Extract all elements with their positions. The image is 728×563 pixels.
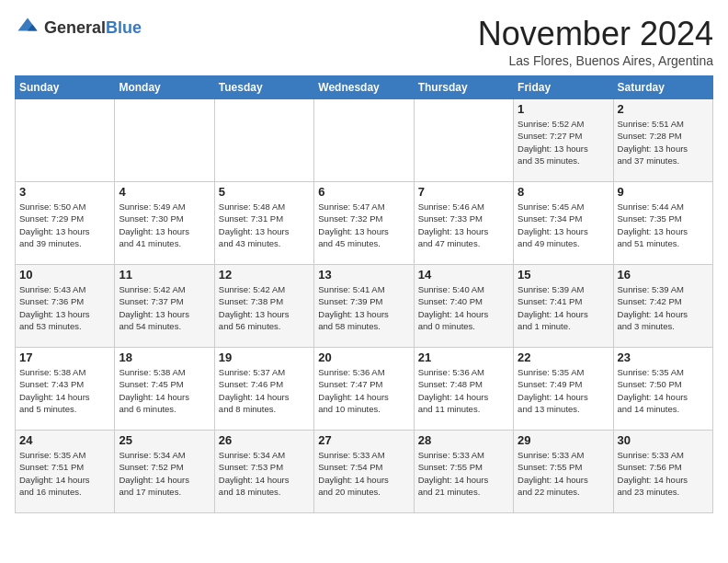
day-number: 6 — [318, 185, 409, 199]
day-number: 26 — [219, 433, 310, 447]
day-number: 1 — [518, 102, 609, 116]
logo-blue: Blue — [106, 18, 142, 37]
day-number: 2 — [618, 102, 709, 116]
calendar-week-row: 17Sunrise: 5:38 AM Sunset: 7:43 PM Dayli… — [16, 348, 713, 431]
calendar-cell: 5Sunrise: 5:48 AM Sunset: 7:31 PM Daylig… — [214, 182, 313, 265]
calendar-cell: 4Sunrise: 5:49 AM Sunset: 7:30 PM Daylig… — [115, 182, 214, 265]
day-of-week-header: Sunday — [16, 76, 115, 99]
day-info: Sunrise: 5:38 AM Sunset: 7:45 PM Dayligh… — [119, 366, 210, 415]
day-info: Sunrise: 5:40 AM Sunset: 7:40 PM Dayligh… — [418, 283, 509, 332]
calendar-cell: 7Sunrise: 5:46 AM Sunset: 7:33 PM Daylig… — [414, 182, 513, 265]
day-number: 8 — [518, 185, 609, 199]
day-info: Sunrise: 5:39 AM Sunset: 7:41 PM Dayligh… — [518, 283, 609, 332]
day-number: 27 — [318, 433, 409, 447]
day-of-week-header: Wednesday — [314, 76, 414, 99]
calendar-cell: 3Sunrise: 5:50 AM Sunset: 7:29 PM Daylig… — [16, 182, 115, 265]
day-number: 7 — [418, 185, 509, 199]
day-number: 24 — [19, 433, 110, 447]
day-number: 10 — [19, 268, 110, 282]
day-info: Sunrise: 5:35 AM Sunset: 7:51 PM Dayligh… — [19, 449, 110, 498]
day-info: Sunrise: 5:36 AM Sunset: 7:48 PM Dayligh… — [418, 366, 509, 415]
calendar-cell — [414, 99, 513, 182]
day-number: 25 — [119, 433, 210, 447]
day-number: 4 — [119, 185, 210, 199]
calendar-cell — [115, 99, 214, 182]
calendar-cell: 20Sunrise: 5:36 AM Sunset: 7:47 PM Dayli… — [314, 348, 414, 431]
calendar-cell: 13Sunrise: 5:41 AM Sunset: 7:39 PM Dayli… — [314, 265, 414, 348]
logo-icon — [15, 15, 40, 40]
day-number: 14 — [418, 268, 509, 282]
calendar-cell — [214, 99, 313, 182]
day-number: 12 — [219, 268, 310, 282]
day-of-week-header: Thursday — [414, 76, 513, 99]
calendar-cell: 9Sunrise: 5:44 AM Sunset: 7:35 PM Daylig… — [613, 182, 712, 265]
day-info: Sunrise: 5:41 AM Sunset: 7:39 PM Dayligh… — [318, 283, 409, 332]
header-row: SundayMondayTuesdayWednesdayThursdayFrid… — [16, 76, 713, 99]
day-number: 5 — [219, 185, 310, 199]
calendar-cell: 29Sunrise: 5:33 AM Sunset: 7:55 PM Dayli… — [514, 431, 613, 513]
calendar-cell: 18Sunrise: 5:38 AM Sunset: 7:45 PM Dayli… — [115, 348, 214, 431]
day-number: 9 — [618, 185, 709, 199]
calendar-cell: 22Sunrise: 5:35 AM Sunset: 7:49 PM Dayli… — [514, 348, 613, 431]
day-number: 16 — [618, 268, 709, 282]
day-number: 20 — [318, 350, 409, 364]
calendar-cell: 8Sunrise: 5:45 AM Sunset: 7:34 PM Daylig… — [514, 182, 613, 265]
day-info: Sunrise: 5:43 AM Sunset: 7:36 PM Dayligh… — [19, 283, 110, 332]
calendar-cell: 28Sunrise: 5:33 AM Sunset: 7:55 PM Dayli… — [414, 431, 513, 513]
day-info: Sunrise: 5:33 AM Sunset: 7:55 PM Dayligh… — [518, 449, 609, 498]
day-info: Sunrise: 5:51 AM Sunset: 7:28 PM Dayligh… — [618, 118, 709, 167]
day-number: 11 — [119, 268, 210, 282]
calendar-cell — [314, 99, 414, 182]
calendar-week-row: 3Sunrise: 5:50 AM Sunset: 7:29 PM Daylig… — [16, 182, 713, 265]
calendar-body: 1Sunrise: 5:52 AM Sunset: 7:27 PM Daylig… — [16, 99, 713, 513]
day-info: Sunrise: 5:36 AM Sunset: 7:47 PM Dayligh… — [318, 366, 409, 415]
day-info: Sunrise: 5:34 AM Sunset: 7:53 PM Dayligh… — [219, 449, 310, 498]
day-number: 15 — [518, 268, 609, 282]
calendar-cell: 10Sunrise: 5:43 AM Sunset: 7:36 PM Dayli… — [16, 265, 115, 348]
day-info: Sunrise: 5:48 AM Sunset: 7:31 PM Dayligh… — [219, 201, 310, 249]
day-info: Sunrise: 5:44 AM Sunset: 7:35 PM Dayligh… — [618, 201, 709, 249]
calendar-cell: 19Sunrise: 5:37 AM Sunset: 7:46 PM Dayli… — [214, 348, 313, 431]
page-header: GeneralBlue November 2024 Las Flores, Bu… — [15, 15, 713, 68]
calendar-cell: 23Sunrise: 5:35 AM Sunset: 7:50 PM Dayli… — [613, 348, 712, 431]
calendar-cell: 30Sunrise: 5:33 AM Sunset: 7:56 PM Dayli… — [613, 431, 712, 513]
calendar-cell: 12Sunrise: 5:42 AM Sunset: 7:38 PM Dayli… — [214, 265, 313, 348]
calendar-cell: 21Sunrise: 5:36 AM Sunset: 7:48 PM Dayli… — [414, 348, 513, 431]
day-info: Sunrise: 5:37 AM Sunset: 7:46 PM Dayligh… — [219, 366, 310, 415]
day-info: Sunrise: 5:33 AM Sunset: 7:54 PM Dayligh… — [318, 449, 409, 498]
day-info: Sunrise: 5:34 AM Sunset: 7:52 PM Dayligh… — [119, 449, 210, 498]
calendar-cell — [16, 99, 115, 182]
calendar-table: SundayMondayTuesdayWednesdayThursdayFrid… — [15, 75, 713, 513]
day-number: 28 — [418, 433, 509, 447]
calendar-cell: 6Sunrise: 5:47 AM Sunset: 7:32 PM Daylig… — [314, 182, 414, 265]
day-of-week-header: Monday — [115, 76, 214, 99]
day-number: 22 — [518, 350, 609, 364]
day-number: 30 — [618, 433, 709, 447]
day-info: Sunrise: 5:39 AM Sunset: 7:42 PM Dayligh… — [618, 283, 709, 332]
logo-text: GeneralBlue — [44, 18, 142, 38]
calendar-header: SundayMondayTuesdayWednesdayThursdayFrid… — [16, 76, 713, 99]
day-number: 13 — [318, 268, 409, 282]
calendar-cell: 15Sunrise: 5:39 AM Sunset: 7:41 PM Dayli… — [514, 265, 613, 348]
month-title: November 2024 — [478, 15, 713, 53]
calendar-cell: 17Sunrise: 5:38 AM Sunset: 7:43 PM Dayli… — [16, 348, 115, 431]
day-number: 23 — [618, 350, 709, 364]
calendar-cell: 11Sunrise: 5:42 AM Sunset: 7:37 PM Dayli… — [115, 265, 214, 348]
day-info: Sunrise: 5:49 AM Sunset: 7:30 PM Dayligh… — [119, 201, 210, 249]
day-info: Sunrise: 5:38 AM Sunset: 7:43 PM Dayligh… — [19, 366, 110, 415]
calendar-week-row: 24Sunrise: 5:35 AM Sunset: 7:51 PM Dayli… — [16, 431, 713, 513]
day-info: Sunrise: 5:45 AM Sunset: 7:34 PM Dayligh… — [518, 201, 609, 249]
logo: GeneralBlue — [15, 15, 142, 40]
title-area: November 2024 Las Flores, Buenos Aires, … — [478, 15, 713, 68]
day-info: Sunrise: 5:47 AM Sunset: 7:32 PM Dayligh… — [318, 201, 409, 249]
day-number: 18 — [119, 350, 210, 364]
day-of-week-header: Friday — [514, 76, 613, 99]
calendar-cell: 24Sunrise: 5:35 AM Sunset: 7:51 PM Dayli… — [16, 431, 115, 513]
calendar-cell: 16Sunrise: 5:39 AM Sunset: 7:42 PM Dayli… — [613, 265, 712, 348]
day-of-week-header: Tuesday — [214, 76, 313, 99]
day-info: Sunrise: 5:35 AM Sunset: 7:49 PM Dayligh… — [518, 366, 609, 415]
day-info: Sunrise: 5:46 AM Sunset: 7:33 PM Dayligh… — [418, 201, 509, 249]
day-info: Sunrise: 5:35 AM Sunset: 7:50 PM Dayligh… — [618, 366, 709, 415]
day-info: Sunrise: 5:42 AM Sunset: 7:37 PM Dayligh… — [119, 283, 210, 332]
day-number: 17 — [19, 350, 110, 364]
